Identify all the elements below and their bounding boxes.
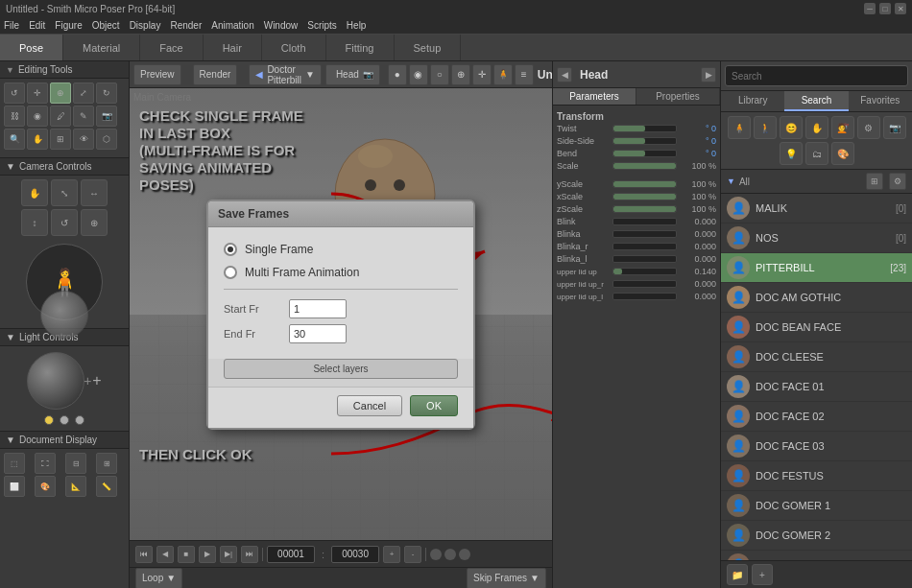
start-frame-input[interactable]	[289, 299, 347, 318]
param-slider-bend[interactable]	[612, 150, 677, 157]
tool-pan[interactable]: ✋	[27, 129, 48, 150]
list-item-doc-bean-face[interactable]: 👤 DOC BEAN FACE	[721, 313, 912, 342]
cam-btn-4[interactable]: ↕	[21, 209, 48, 236]
filter-settings-btn[interactable]: ⚙	[889, 173, 906, 190]
end-frame-input[interactable]	[289, 324, 347, 343]
step-forward-button[interactable]: ▶|	[220, 546, 237, 563]
current-frame-input[interactable]	[267, 546, 315, 563]
doc-btn-7[interactable]: 📐	[65, 476, 86, 497]
param-slider-scale[interactable]	[612, 162, 677, 170]
tab-material[interactable]: Material	[63, 35, 140, 60]
list-item-nos[interactable]: 👤 NOS [0]	[721, 223, 912, 253]
icon-btn-4[interactable]: ⊕	[451, 64, 470, 85]
param-slider-blinka[interactable]	[612, 230, 677, 238]
ok-button[interactable]: OK	[410, 395, 458, 416]
param-slider-upper-lid-l[interactable]	[612, 293, 677, 300]
select-layers-button[interactable]: Select layers	[224, 359, 458, 379]
lib-tab-favorites[interactable]: Favorites	[849, 91, 912, 111]
lib-icon-hand[interactable]: ✋	[805, 116, 828, 139]
light-dot-3[interactable]	[75, 415, 84, 425]
list-item-doc-face-02[interactable]: 👤 DOC FACE 02	[721, 402, 912, 432]
menu-display[interactable]: Display	[130, 20, 161, 31]
render-button[interactable]: Render	[193, 64, 238, 85]
tool-misc[interactable]: ⬡	[96, 129, 117, 150]
skip-frames-button[interactable]: Skip Frames ▼	[467, 568, 546, 589]
cancel-button[interactable]: Cancel	[337, 395, 402, 416]
tab-cloth[interactable]: Cloth	[262, 35, 326, 60]
tool-scale[interactable]: ⤢	[73, 82, 94, 104]
lib-icon-light[interactable]: 💡	[780, 142, 803, 165]
menu-object[interactable]: Object	[92, 20, 120, 31]
tool-select[interactable]: ⊕	[50, 82, 71, 104]
cam-btn-1[interactable]: ✋	[21, 179, 48, 206]
maximize-button[interactable]: □	[879, 3, 891, 14]
list-item-doc-am-gothic[interactable]: 👤 DOC AM GOTHIC	[721, 283, 912, 313]
menu-animation[interactable]: Animation	[211, 20, 253, 31]
lib-icon-figure[interactable]: 🧍	[728, 116, 751, 139]
param-slider-blinka-l[interactable]	[612, 255, 677, 263]
lib-tab-search[interactable]: Search	[784, 91, 848, 111]
doc-btn-3[interactable]: ⊟	[65, 453, 86, 474]
menu-edit[interactable]: Edit	[29, 20, 45, 31]
param-slider-twist[interactable]	[612, 125, 677, 132]
param-slider-upper-lid-r[interactable]	[612, 280, 677, 288]
tool-morph[interactable]: ◉	[27, 106, 48, 127]
tab-face[interactable]: Face	[140, 35, 203, 60]
loop-button[interactable]: Loop ▼	[135, 568, 182, 589]
tool-camera-nav[interactable]: 📷	[96, 106, 117, 127]
lib-folder-button[interactable]: 📁	[727, 564, 748, 585]
param-slider-blink[interactable]	[612, 218, 677, 225]
skip-back-button[interactable]: ⏮	[135, 546, 153, 563]
single-frame-radio[interactable]	[224, 243, 237, 256]
lib-icon-camera[interactable]: 📷	[883, 116, 906, 139]
doc-btn-1[interactable]: ⬚	[4, 453, 25, 474]
lib-icon-walk[interactable]: 🚶	[754, 116, 777, 139]
doc-btn-6[interactable]: 🎨	[35, 476, 56, 497]
multi-frame-radio[interactable]	[224, 266, 237, 279]
param-slider-sideside[interactable]	[612, 137, 677, 145]
figure-selector[interactable]: ◀ Doctor Pitterbill ▼	[249, 64, 321, 85]
tool-magnify[interactable]: ⊞	[50, 129, 71, 150]
add-light-icon[interactable]: +	[92, 372, 101, 389]
nav-arrow-left[interactable]: ◀	[557, 67, 572, 82]
menu-window[interactable]: Window	[264, 20, 299, 31]
list-item-doc-festus[interactable]: 👤 DOC FESTUS	[721, 461, 912, 491]
param-slider-blinka-r[interactable]	[612, 243, 677, 250]
stop-button[interactable]: ■	[178, 546, 195, 563]
menu-scripts[interactable]: Scripts	[307, 20, 337, 31]
tool-chain[interactable]: ⛓	[4, 106, 25, 127]
tool-move[interactable]: ✛	[27, 82, 48, 104]
cam-btn-3[interactable]: ↔	[81, 179, 108, 206]
skip-forward-button[interactable]: ⏭	[241, 546, 258, 563]
preview-button[interactable]: Preview	[133, 64, 181, 85]
nav-arrow-right[interactable]: ▶	[701, 67, 716, 82]
lib-add-button[interactable]: +	[752, 564, 773, 585]
light-dot-1[interactable]	[44, 415, 54, 425]
tab-setup[interactable]: Setup	[395, 35, 462, 60]
icon-btn-7[interactable]: ≡	[515, 64, 534, 85]
doc-btn-4[interactable]: ⊞	[96, 453, 117, 474]
list-item-doc-face-03[interactable]: 👤 DOC FACE 03	[721, 432, 912, 461]
menu-figure[interactable]: Figure	[55, 20, 82, 31]
single-frame-option[interactable]: Single Frame	[224, 243, 458, 256]
lib-tab-library[interactable]: Library	[721, 91, 784, 111]
add-frame-button[interactable]: +	[383, 546, 400, 563]
tab-parameters[interactable]: Parameters	[553, 88, 636, 105]
tool-twist[interactable]: ↻	[96, 82, 117, 104]
icon-btn-5[interactable]: ✛	[472, 64, 492, 85]
tool-hair2[interactable]: 🖊	[50, 106, 71, 127]
list-item-doc-jagger[interactable]: 👤 DOC JAGGER	[721, 551, 912, 560]
doc-btn-2[interactable]: ⛶	[35, 453, 56, 474]
step-back-button[interactable]: ◀	[156, 546, 174, 563]
tab-pose[interactable]: Pose	[0, 35, 63, 60]
total-frames-input[interactable]	[331, 546, 379, 563]
part-selector[interactable]: Head 📷	[325, 64, 380, 85]
param-slider-zscale[interactable]	[612, 205, 677, 213]
lib-icon-settings[interactable]: ⚙	[857, 116, 880, 139]
list-item-doc-gomer-2[interactable]: 👤 DOC GOMER 2	[721, 521, 912, 551]
icon-btn-1[interactable]: ●	[388, 64, 407, 85]
lib-icon-prop[interactable]: 🗂	[805, 142, 828, 165]
tool-zoom[interactable]: 🔍	[4, 129, 25, 150]
param-slider-yscale[interactable]	[612, 180, 677, 188]
list-item-doc-cleese[interactable]: 👤 DOC CLEESE	[721, 342, 912, 372]
